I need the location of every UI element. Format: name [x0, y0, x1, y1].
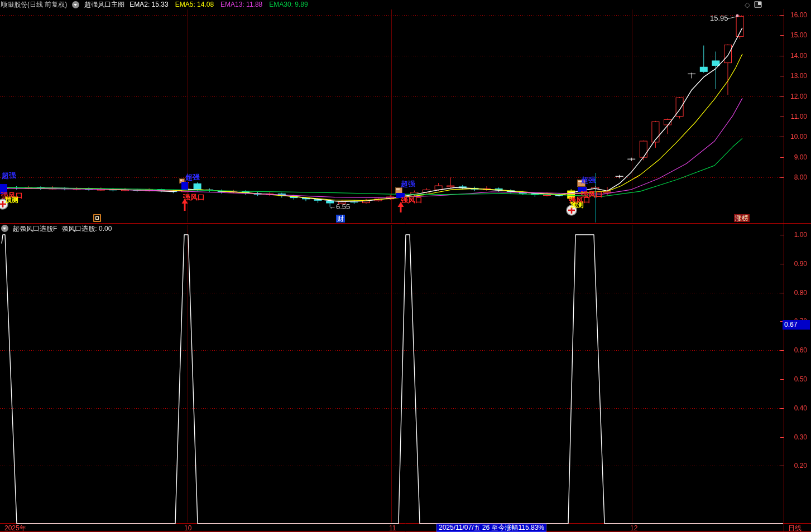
main-indicator-name[interactable]: 超强风口主图 [84, 1, 124, 8]
y-axis-label: 15.00 [785, 32, 807, 38]
title-bar: 顺灏股份(日线 前复权) 超强风口主图 EMA2: 15.33EMA5: 14.… [0, 0, 811, 9]
date-info-box: 2025/11/07/五 26 至今涨幅115.83% [436, 524, 546, 532]
x-axis-label: 11 [389, 525, 396, 531]
high-price-label: 15.95 [710, 14, 728, 22]
sub-y-axis-label: 0.20 [785, 462, 807, 469]
signal-label-yuce: 预测 [570, 201, 584, 208]
y-axis-label: 14.00 [785, 52, 807, 59]
stock-title: 顺灏股份(日线 前复权) [1, 1, 67, 8]
sub-y-axis-label: 0.50 [785, 376, 807, 383]
sub-y-axis-label: 0.90 [785, 260, 807, 267]
titlebar-right-icons: ◇ [745, 0, 762, 9]
y-axis-label: 8.00 [785, 174, 807, 181]
y-axis-label: 11.00 [785, 113, 807, 120]
tdx-app-window: 顺灏股份(日线 前复权) 超强风口主图 EMA2: 15.33EMA5: 14.… [0, 0, 811, 532]
signal-label-qiangfengkou: 强风口 [183, 194, 205, 201]
ema-label: EMA13: 11.88 [220, 1, 262, 8]
rank-list-badge: 涨榜 [734, 214, 750, 222]
y-axis-label: 9.00 [785, 154, 807, 161]
sub-y-axis-label: 0.30 [785, 434, 807, 441]
finance-report-icon: 财 [336, 215, 345, 223]
sub-indicator-value: 强风口选股: 0.00 [61, 225, 112, 232]
sub-axis-current-value: 0.67 [783, 320, 810, 330]
signal-label-qiangfengkou: 强风口 [401, 196, 423, 204]
signal-label-chaoqiang: 超强 [2, 172, 16, 179]
x-axis-label: 12 [630, 525, 637, 531]
signal-label-yuce: 预测 [5, 196, 18, 203]
x-axis-label: 日线 [788, 525, 802, 531]
signal-label-chaoqiang: 超强 [581, 176, 596, 183]
chart-canvas[interactable] [0, 0, 811, 532]
sub-y-axis-label: 0.80 [785, 289, 807, 296]
signal-label-chaoqiang: 超强 [185, 173, 200, 181]
sub-y-axis-label: 1.00 [785, 231, 807, 238]
window-icon[interactable] [754, 1, 762, 8]
sub-y-axis-label: 0.60 [785, 347, 807, 354]
y-axis-label: 10.00 [785, 133, 807, 140]
low-price-label: ←6.55 [329, 203, 350, 210]
y-axis-label: 16.00 [785, 12, 807, 18]
ema-label: EMA5: 14.08 [175, 1, 214, 8]
ema-label: EMA2: 15.33 [129, 1, 168, 8]
ema-label: EMA30: 9.89 [269, 1, 308, 8]
collapse-circle-icon[interactable] [72, 1, 79, 8]
sub-indicator-name[interactable]: 超强风口选股F [13, 225, 57, 232]
sub-y-axis-label: 0.40 [785, 405, 807, 412]
x-axis-label: 10 [184, 525, 191, 531]
y-axis-label: 13.00 [785, 72, 807, 79]
sub-panel-header: 超强风口选股F 强风口选股: 0.00 [1, 224, 112, 233]
diamond-icon[interactable]: ◇ [745, 1, 750, 8]
x-axis-label: 2025年 [4, 525, 26, 531]
collapse-circle-icon[interactable] [1, 225, 8, 232]
y-axis-label: 12.00 [785, 93, 807, 100]
ema-legend: EMA2: 15.33EMA5: 14.08EMA13: 11.88EMA30:… [129, 1, 314, 8]
signal-label-chaoqiang: 超强 [401, 180, 415, 187]
